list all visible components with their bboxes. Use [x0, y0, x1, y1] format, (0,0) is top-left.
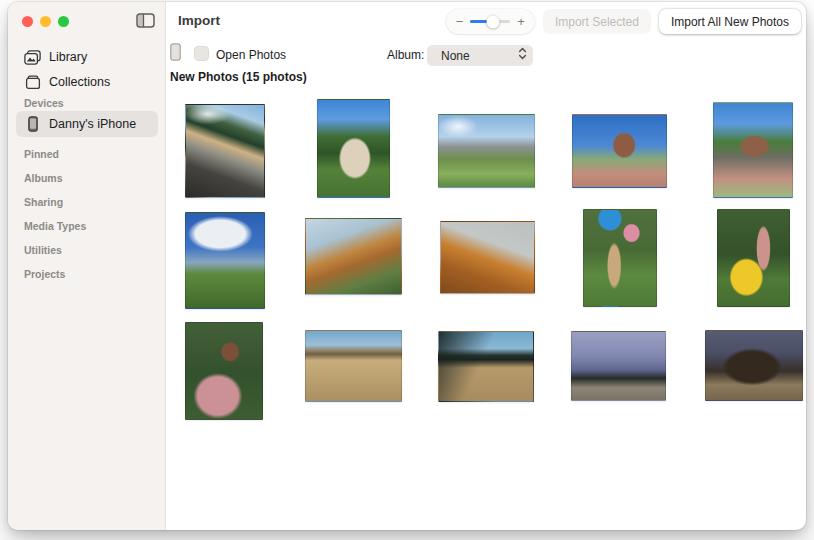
screen: Library Collections Devices — [0, 0, 814, 540]
sidebar-item-label: Library — [49, 50, 87, 64]
sidebar-item-library[interactable]: Library — [16, 44, 158, 70]
sidebar-section-pinned[interactable]: Pinned — [24, 148, 59, 160]
sidebar-item-collections[interactable]: Collections — [16, 69, 158, 95]
photo-thumbnail[interactable] — [438, 331, 534, 402]
sidebar-toggle-icon — [136, 16, 155, 31]
photo-thumbnail[interactable] — [305, 330, 402, 402]
slider-thumb[interactable] — [487, 15, 500, 28]
minimize-button[interactable] — [40, 16, 51, 27]
sidebar-item-dannys-iphone[interactable]: Danny's iPhone — [16, 111, 158, 137]
photo-thumbnail[interactable] — [185, 212, 265, 309]
sidebar: Library Collections Devices — [8, 2, 166, 530]
photos-import-window: Library Collections Devices — [8, 2, 806, 530]
toggle-sidebar-button[interactable] — [134, 13, 156, 31]
sidebar-section-albums[interactable]: Albums — [24, 172, 63, 184]
photo-thumbnail[interactable] — [717, 209, 790, 307]
photo-thumbnail[interactable] — [571, 331, 666, 401]
album-dropdown[interactable]: None — [427, 45, 533, 66]
photos-library-icon — [24, 50, 41, 65]
photo-thumbnail[interactable] — [317, 99, 390, 198]
photo-thumbnail[interactable] — [713, 102, 793, 198]
photo-thumbnail[interactable] — [572, 114, 667, 188]
slider-track[interactable] — [470, 20, 510, 24]
photo-thumbnail[interactable] — [705, 330, 803, 401]
album-label: Album: — [387, 48, 424, 62]
import-all-new-photos-button[interactable]: Import All New Photos — [659, 9, 801, 34]
new-photos-header: New Photos (15 photos) — [170, 70, 307, 84]
album-dropdown-value: None — [441, 49, 518, 63]
photo-thumbnail[interactable] — [438, 114, 535, 188]
open-photos-checkbox[interactable] — [194, 46, 209, 61]
window-controls — [22, 16, 69, 27]
toolbar-right: − + Import Selected Import All New Photo… — [446, 9, 801, 34]
sidebar-section-devices: Devices — [24, 97, 64, 109]
photo-thumbnail[interactable] — [185, 104, 265, 198]
page-title: Import — [178, 13, 220, 28]
dropdown-chevrons-icon — [518, 46, 527, 65]
device-phone-icon — [170, 43, 181, 65]
photo-thumbnail[interactable] — [440, 221, 535, 294]
sidebar-item-label: Collections — [49, 75, 110, 89]
sidebar-section-projects[interactable]: Projects — [24, 268, 65, 280]
iphone-icon — [24, 116, 41, 132]
import-selected-button[interactable]: Import Selected — [543, 9, 651, 34]
sidebar-section-media-types[interactable]: Media Types — [24, 220, 86, 232]
sidebar-section-sharing[interactable]: Sharing — [24, 196, 63, 208]
sidebar-item-label: Danny's iPhone — [49, 117, 136, 131]
photo-thumbnail[interactable] — [305, 218, 402, 295]
sidebar-section-utilities[interactable]: Utilities — [24, 244, 62, 256]
collections-box-icon — [24, 75, 41, 90]
zoom-in-button[interactable]: + — [517, 15, 525, 28]
photo-thumbnail[interactable] — [583, 209, 657, 307]
open-photos-label: Open Photos — [216, 48, 286, 62]
zoom-window-button[interactable] — [58, 16, 69, 27]
close-button[interactable] — [22, 16, 33, 27]
zoom-out-button[interactable]: − — [456, 15, 464, 28]
photo-thumbnail[interactable] — [185, 322, 263, 420]
thumbnail-size-slider[interactable]: − + — [446, 9, 535, 34]
